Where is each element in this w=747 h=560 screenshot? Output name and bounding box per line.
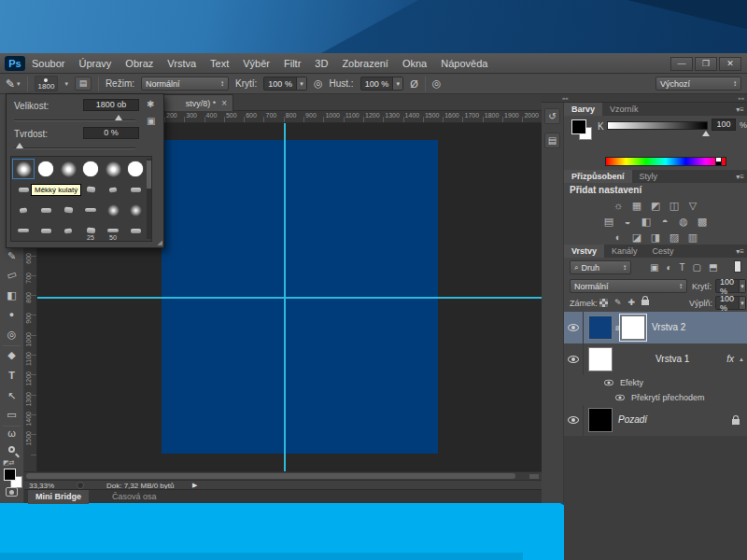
layer-filter-select[interactable]: ⌕ Druh ↕ (570, 260, 631, 274)
brush-preset[interactable]: 25 (79, 220, 102, 241)
black-white-icon[interactable]: ◧ (640, 216, 653, 228)
opacity-field[interactable]: 100 % ▾ (263, 77, 307, 91)
resize-grip-icon[interactable]: ◢ (158, 239, 162, 246)
brush-hard-round[interactable] (35, 159, 57, 179)
collapse-effects-icon[interactable]: ▲ (739, 357, 744, 362)
eye-icon[interactable] (568, 416, 579, 424)
collapse-right-icon[interactable]: »» (738, 95, 744, 101)
hand-tool[interactable]: ω (0, 427, 23, 439)
brush-preset[interactable] (124, 200, 147, 220)
brush-preset[interactable] (102, 179, 124, 200)
brush-preset[interactable] (79, 179, 102, 200)
menu-okna[interactable]: Okna (402, 58, 427, 69)
layer-blend-mode-select[interactable]: Normální ↕ (570, 279, 687, 293)
scrollbar-grip[interactable] (529, 473, 540, 480)
lock-transparency-icon[interactable] (599, 299, 608, 307)
brush-soft-round[interactable] (57, 159, 79, 179)
menu-vyber[interactable]: Výběr (243, 58, 270, 69)
brush-soft-round-selected[interactable] (12, 159, 35, 179)
pen-tool[interactable]: ◆ (0, 349, 23, 361)
layer-row-vrstva2[interactable]: 8 Vrstva 2 (564, 312, 747, 343)
layer-row-pozadi[interactable]: Pozadí (564, 405, 747, 436)
layer-opacity-field[interactable]: 100 % ▾ (715, 279, 746, 293)
scrollbar-thumb[interactable] (26, 473, 515, 479)
chevron-down-icon[interactable]: ▾ (392, 77, 402, 90)
effects-label[interactable]: Efekty (620, 378, 643, 387)
selective-color-icon[interactable]: ▥ (686, 231, 699, 244)
tab-paths[interactable]: Cesty (645, 245, 682, 258)
quick-mask-button[interactable] (6, 487, 18, 497)
brush-hard-round[interactable] (79, 159, 102, 179)
horizontal-scrollbar[interactable] (24, 471, 542, 480)
layer-row-vrstva1[interactable]: Vrstva 1 fx ▲ (564, 343, 747, 375)
menu-upravy[interactable]: Úpravy (78, 58, 111, 69)
slider-thumb-icon[interactable] (702, 131, 710, 136)
brush-tool-preset[interactable]: ✎ ▾ (6, 77, 21, 91)
new-preset-icon[interactable]: ▣ (147, 116, 155, 126)
exposure-icon[interactable]: ◫ (668, 200, 681, 212)
layer-mask-thumbnail[interactable] (621, 315, 645, 340)
layer-thumbnail[interactable] (588, 315, 613, 340)
eye-icon[interactable] (568, 324, 579, 331)
flow-field[interactable]: 100 % ▾ (360, 77, 404, 91)
visibility-cell[interactable] (564, 343, 584, 375)
filter-pixel-layers-icon[interactable]: ▣ (650, 262, 658, 273)
brush-preset[interactable] (57, 200, 79, 220)
tab-timeline[interactable]: Časová osa (105, 490, 164, 504)
menu-text[interactable]: Text (210, 58, 229, 69)
tab-layers[interactable]: Vrstvy (564, 245, 604, 258)
swap-colors-icon[interactable]: ◩⇄ (3, 459, 14, 467)
brush-size-picker[interactable]: 1800 (35, 76, 59, 91)
gradient-overlay-row[interactable]: Překrytí přechodem (564, 390, 747, 405)
brush-grid-scrollbar[interactable] (147, 159, 151, 239)
brush-preset[interactable]: 50 (102, 220, 124, 241)
color-lookup-icon[interactable]: ▩ (696, 216, 709, 228)
chevron-down-icon[interactable]: ▾ (739, 297, 745, 309)
size-slider-thumb[interactable] (115, 115, 122, 120)
restore-button[interactable]: ❐ (695, 57, 717, 71)
scrubby-zoom-icon[interactable] (77, 482, 84, 489)
curves-icon[interactable]: ◩ (649, 200, 662, 212)
chevron-down-icon[interactable]: ▾ (739, 280, 745, 292)
status-flyout-arrow-icon[interactable]: ▶ (192, 482, 197, 489)
history-panel-icon[interactable]: ↺ (544, 108, 560, 124)
panel-menu-icon[interactable]: ▾≡ (736, 105, 744, 114)
path-selection-tool[interactable]: ↖ (0, 390, 23, 402)
menu-zobrazeni[interactable]: Zobrazení (342, 58, 388, 69)
gear-icon[interactable]: ✱ (147, 99, 154, 109)
tab-colors[interactable]: Barvy (564, 103, 602, 116)
hue-saturation-icon[interactable]: ▤ (602, 216, 615, 228)
brush-size-field[interactable]: 1800 ob (83, 99, 139, 111)
layer-thumbnail[interactable] (588, 347, 613, 371)
airbrush-icon[interactable]: Ø (410, 78, 418, 90)
close-button[interactable]: ✕ (719, 57, 741, 71)
dodge-tool[interactable]: ◎ (0, 329, 23, 341)
filter-smart-objects-icon[interactable]: ⬒ (709, 262, 717, 273)
brush-soft-round[interactable] (102, 159, 124, 179)
menu-napoveda[interactable]: Nápověda (441, 58, 487, 69)
channel-mixer-icon[interactable]: ◍ (677, 216, 690, 228)
visibility-cell[interactable] (564, 405, 584, 436)
hardness-slider-thumb[interactable] (16, 143, 23, 148)
chevron-down-icon[interactable]: ▾ (64, 80, 68, 88)
menu-filtr[interactable]: Filtr (284, 58, 301, 69)
layer-name[interactable]: Pozadí (618, 414, 647, 425)
tab-styles[interactable]: Styly (632, 170, 666, 183)
brush-hardness-field[interactable]: 0 % (83, 127, 139, 139)
filter-shape-layers-icon[interactable]: ▢ (693, 262, 701, 273)
eye-icon[interactable] (615, 395, 625, 400)
photo-filter-icon[interactable]: ◓ (658, 216, 671, 228)
filter-type-layers-icon[interactable]: T (680, 262, 685, 273)
toggle-brush-panel-button[interactable]: ▤ (75, 77, 92, 91)
threshold-icon[interactable]: ◨ (649, 231, 662, 244)
brush-preset[interactable] (35, 220, 57, 241)
lock-position-icon[interactable]: ✚ (628, 298, 636, 307)
menu-vrstva[interactable]: Vrstva (167, 58, 196, 69)
visibility-cell[interactable] (564, 312, 584, 343)
tab-swatches[interactable]: Vzorník (602, 103, 646, 116)
layer-name[interactable]: Vrstva 2 (652, 322, 685, 332)
blend-mode-select[interactable]: Normální ↕ (141, 77, 229, 91)
close-tab-icon[interactable]: × (221, 98, 227, 108)
levels-icon[interactable]: ▦ (630, 200, 643, 212)
gradient-overlay-label[interactable]: Překrytí přechodem (631, 393, 705, 402)
